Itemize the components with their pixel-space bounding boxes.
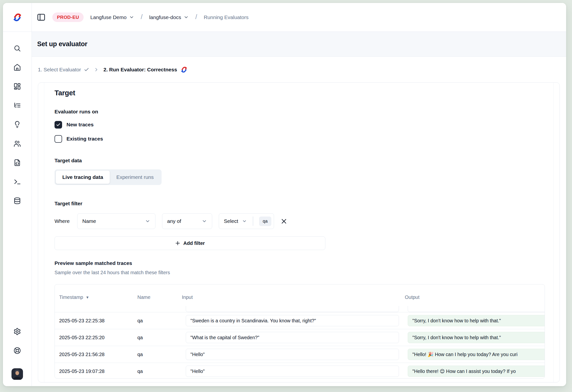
- sidebar: [3, 32, 32, 386]
- target-filter-label: Target filter: [54, 200, 543, 207]
- output-cell: "Sorry, I don't know how to help with th…: [408, 315, 545, 326]
- panel-left-icon: [37, 13, 46, 22]
- timestamp-cell: 2025-05-23 22:25:38: [55, 312, 133, 329]
- list-tree-icon: [14, 102, 21, 109]
- langfuse-logo-icon: [180, 66, 188, 73]
- column-header-timestamp[interactable]: Timestamp ▼: [55, 288, 133, 306]
- sidebar-item-support[interactable]: [8, 341, 27, 360]
- where-label: Where: [54, 218, 70, 224]
- step-select-evaluator[interactable]: 1. Select Evaluator: [38, 67, 89, 73]
- filter-field-select[interactable]: Name: [77, 213, 156, 229]
- breadcrumb-project[interactable]: langfuse-docs: [149, 15, 189, 20]
- breadcrumb-current-page: Running Evaluators: [204, 15, 248, 20]
- target-card: Target Evaluator runs on New traces Exis…: [38, 82, 560, 382]
- name-cell: qa: [133, 346, 182, 363]
- segment-live-tracing[interactable]: Live tracing data: [56, 171, 110, 184]
- output-cell: "Hello! 🎉 How can I help you today? Are …: [408, 349, 545, 360]
- database-icon: [14, 197, 21, 204]
- chevron-down-icon: [129, 15, 134, 20]
- existing-traces-label: Existing traces: [66, 136, 103, 142]
- target-data-segmented-control: Live tracing data Experiment runs: [54, 169, 161, 185]
- output-cell: "Sorry, I don't know how to help with th…: [408, 332, 545, 343]
- sidebar-item-settings[interactable]: [8, 322, 27, 341]
- new-traces-option: New traces: [54, 121, 543, 129]
- column-header-name: Name: [133, 288, 182, 306]
- langfuse-logo-icon[interactable]: [13, 13, 22, 22]
- sort-desc-icon: ▼: [86, 295, 89, 299]
- wizard-steps: 1. Select Evaluator 2. Run Evaluator: Co…: [32, 57, 566, 82]
- dashboard-icon: [14, 83, 21, 90]
- table-row[interactable]: 2025-05-23 19:07:28 qa "Hello" "Hello th…: [55, 363, 545, 378]
- add-filter-button[interactable]: Add filter: [54, 236, 325, 250]
- target-card-inner: Target Evaluator runs on New traces Exis…: [44, 83, 554, 382]
- name-cell: qa: [133, 329, 182, 346]
- name-cell: qa: [133, 363, 182, 378]
- filter-value-chip[interactable]: qa: [259, 217, 271, 226]
- search-icon: [14, 45, 21, 52]
- existing-traces-checkbox[interactable]: [54, 135, 62, 143]
- timestamp-cell: 2025-05-23 22:25:20: [55, 329, 133, 346]
- main-content: Set up evaluator 1. Select Evaluator 2. …: [32, 32, 566, 386]
- table-row[interactable]: 2025-05-23 22:25:20 qa "What is the capi…: [55, 329, 545, 346]
- input-cell-partial: [186, 306, 399, 312]
- remove-filter-button[interactable]: [281, 218, 287, 225]
- output-cell: "Hello there! 😊 How can I assist you tod…: [408, 366, 545, 377]
- sidebar-item-home[interactable]: [8, 58, 27, 77]
- new-traces-checkbox[interactable]: [54, 121, 62, 128]
- target-heading: Target: [54, 89, 543, 97]
- filter-operator-select[interactable]: any of: [162, 213, 212, 229]
- filter-value-select[interactable]: Select qa: [219, 213, 274, 229]
- page-title-band: Set up evaluator: [32, 32, 566, 57]
- users-icon: [14, 140, 21, 147]
- filter-row: Where Name any of Select: [54, 213, 543, 229]
- target-data-label: Target data: [54, 157, 543, 164]
- chevron-down-icon: [184, 15, 189, 20]
- column-header-input: Input: [182, 288, 405, 306]
- preview-table: Timestamp ▼ Name Input Output: [54, 284, 545, 378]
- sidebar-item-search[interactable]: [8, 39, 27, 58]
- existing-traces-option: Existing traces: [54, 135, 543, 143]
- slash-icon: /: [141, 13, 143, 21]
- timestamp-cell: 2025-05-23 21:56:28: [55, 346, 133, 363]
- topbar: PROD-EU Langfuse Demo / langfuse-docs / …: [32, 3, 566, 32]
- input-cell: "Hello": [186, 349, 399, 360]
- check-icon: [56, 123, 61, 127]
- table-header: Timestamp ▼ Name Input Output: [55, 284, 545, 306]
- plus-icon: [175, 240, 180, 246]
- sidebar-item-dashboards[interactable]: [8, 77, 27, 96]
- runs-on-label: Evaluator runs on: [54, 108, 543, 115]
- sidebar-toggle-button[interactable]: [37, 13, 46, 22]
- sidebar-logo-area: [3, 3, 32, 32]
- sidebar-item-playground[interactable]: [8, 172, 27, 191]
- check-icon: [84, 67, 89, 72]
- table-row[interactable]: 2025-05-23 21:56:28 qa "Hello" "Hello! 🎉…: [55, 346, 545, 363]
- column-header-output: Output: [405, 288, 545, 306]
- input-cell: "What is the capital of Sweden?": [186, 332, 399, 343]
- segment-experiment-runs[interactable]: Experiment runs: [110, 171, 160, 184]
- timestamp-cell: 2025-05-23 19:07:28: [55, 363, 133, 378]
- sidebar-item-users[interactable]: [8, 134, 27, 153]
- name-cell: qa: [133, 312, 182, 329]
- preview-subheading: Sample over the last 24 hours that match…: [54, 269, 543, 276]
- sidebar-item-tracing[interactable]: [8, 96, 27, 115]
- new-traces-label: New traces: [66, 122, 94, 127]
- close-icon: [281, 218, 287, 225]
- chevron-down-icon: [242, 219, 247, 224]
- gear-icon: [14, 328, 21, 335]
- avatar[interactable]: [12, 368, 23, 380]
- sidebar-item-prompts[interactable]: [8, 153, 27, 172]
- divider: [253, 217, 253, 226]
- step-run-evaluator[interactable]: 2. Run Evaluator: Correctness: [103, 66, 188, 73]
- lightbulb-icon: [14, 121, 21, 128]
- breadcrumb-org[interactable]: Langfuse Demo: [90, 15, 134, 20]
- table-row[interactable]: 2025-05-23 22:25:38 qa "Sweden is a coun…: [55, 312, 545, 329]
- page-title: Set up evaluator: [37, 40, 87, 48]
- sidebar-item-datasets[interactable]: [8, 191, 27, 210]
- input-cell: "Sweden is a country in Scandinavia. You…: [186, 315, 399, 326]
- slash-icon: /: [195, 13, 197, 21]
- sidebar-item-evaluation[interactable]: [8, 115, 27, 134]
- app-window: PROD-EU Langfuse Demo / langfuse-docs / …: [3, 3, 566, 386]
- environment-badge: PROD-EU: [52, 13, 84, 22]
- file-json-icon: [14, 159, 21, 166]
- chevron-down-icon: [145, 219, 150, 224]
